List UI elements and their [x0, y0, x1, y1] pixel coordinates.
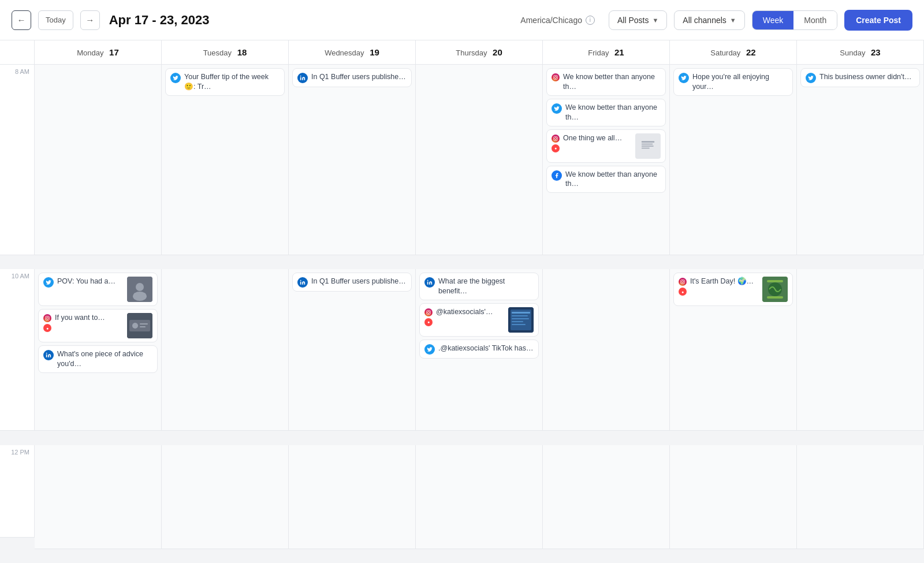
event-friday-we-know-3[interactable]: We know better than anyone th… [546, 166, 666, 193]
twitter-icon [424, 344, 435, 355]
twitter-icon [170, 73, 181, 83]
svg-point-17 [49, 317, 49, 318]
monday-8am-cell [35, 65, 162, 255]
event-text: This business owner didn't… [819, 72, 915, 82]
sunday-10am-cell [797, 269, 924, 431]
event-friday-one-thing[interactable]: ● One thing we all… [546, 129, 666, 163]
icon-stack [552, 73, 560, 81]
icon-stack: ● [552, 134, 560, 152]
day-header-monday: Monday 17 [35, 40, 162, 64]
event-friday-we-know-1[interactable]: We know better than anyone th… [546, 68, 666, 96]
svg-point-14 [133, 292, 147, 301]
all-posts-dropdown[interactable]: All Posts ▼ [609, 10, 667, 30]
linkedin-icon [43, 350, 54, 360]
back-button[interactable]: ← [12, 10, 31, 30]
saturday-10am-cell: ● It's Earth Day! 🌍… [670, 269, 797, 431]
tuesday-8am-cell: Your Buffer tip of the week 🙂: Tr… [162, 65, 289, 255]
twitter-icon [552, 103, 562, 114]
svg-rect-26 [427, 311, 431, 315]
sunday-8am-cell: This business owner didn't… [797, 65, 924, 255]
app-header: ← Today → Apr 17 - 23, 2023 America/Chic… [0, 0, 924, 40]
event-text: In Q1 Buffer users publishe… [311, 277, 407, 286]
time-gutter-header [0, 40, 35, 64]
event-monday-advice[interactable]: What's one piece of advice you'd… [38, 345, 158, 373]
view-toggle: Week Month [752, 10, 837, 30]
linkedin-icon [297, 73, 308, 83]
day-header-sunday: Sunday 23 [797, 40, 924, 64]
svg-rect-15 [46, 316, 50, 320]
svg-rect-4 [554, 136, 558, 140]
friday-8am-cell: We know better than anyone th… We know b… [543, 65, 670, 255]
svg-point-23 [46, 353, 47, 354]
wednesday-12pm-cell [289, 445, 416, 549]
event-friday-we-know-2[interactable]: We know better than anyone th… [546, 99, 666, 126]
svg-rect-1 [554, 76, 558, 80]
svg-rect-11 [642, 147, 650, 148]
all-channels-dropdown[interactable]: All channels ▼ [674, 10, 744, 30]
event-text: We know better than anyone th… [565, 170, 661, 189]
event-thursday-tiktok[interactable]: .@katiexsocials' TikTok has… [419, 340, 539, 359]
event-wednesday-q1-2[interactable]: In Q1 Buffer users publishe… [292, 273, 412, 292]
saturday-12pm-cell [670, 445, 797, 549]
svg-point-16 [46, 318, 48, 319]
event-text: What's one piece of advice you'd… [57, 349, 152, 369]
event-monday-pov[interactable]: POV: You had a… [38, 273, 158, 306]
svg-rect-22 [140, 326, 146, 327]
time-label-8am: 8 AM [0, 65, 35, 255]
svg-rect-36 [681, 280, 685, 284]
thursday-12pm-cell [416, 445, 543, 549]
linkedin-icon [297, 277, 308, 288]
event-text: .@katiexsocials' TikTok has… [438, 344, 534, 353]
event-thursday-biggest[interactable]: What are the biggest benefit… [419, 273, 539, 300]
wednesday-8am-cell: In Q1 Buffer users publishe… [289, 65, 416, 255]
calendar-body: 8 AM Your Buffer tip of the week 🙂: Tr… … [0, 65, 924, 563]
event-wednesday-q1[interactable]: In Q1 Buffer users publishe… [292, 68, 412, 87]
event-text: What are the biggest benefit… [438, 277, 534, 296]
twitter-icon [43, 277, 54, 288]
event-text: Hope you're all enjoying your… [692, 72, 788, 92]
notification-icon: ● [424, 318, 433, 326]
notification-icon: ● [552, 144, 560, 152]
svg-point-0 [300, 76, 301, 77]
event-text: @katiexsocials'… [436, 307, 505, 317]
saturday-8am-cell: Hope you're all enjoying your… [670, 65, 797, 255]
timezone-label: America/Chicago [520, 16, 582, 25]
instagram-icon [552, 135, 560, 143]
notification-icon: ● [43, 324, 51, 332]
svg-point-37 [681, 281, 683, 283]
event-saturday-earth-day[interactable]: ● It's Earth Day! 🌍… [673, 273, 793, 306]
week-view-button[interactable]: Week [752, 11, 794, 29]
day-header-wednesday: Wednesday 19 [289, 40, 416, 64]
svg-rect-42 [767, 296, 783, 299]
friday-10am-cell [543, 269, 670, 431]
svg-rect-32 [512, 315, 528, 316]
svg-point-20 [132, 323, 138, 329]
wednesday-10am-cell: In Q1 Buffer users publishe… [289, 269, 416, 431]
linkedin-icon [424, 277, 435, 288]
today-button[interactable]: Today [38, 10, 73, 30]
svg-point-24 [300, 280, 301, 281]
notification-icon: ● [679, 288, 687, 296]
day-header-saturday: Saturday 22 [670, 40, 797, 64]
event-thumbnail [508, 307, 534, 333]
forward-button[interactable]: → [80, 10, 100, 30]
event-tuesday-buffer-tip[interactable]: Your Buffer tip of the week 🙂: Tr… [165, 68, 285, 96]
event-saturday-hope[interactable]: Hope you're all enjoying your… [673, 68, 793, 96]
instagram-icon [424, 308, 433, 316]
icon-stack: ● [679, 277, 687, 296]
svg-point-27 [427, 311, 429, 313]
icon-stack: ● [424, 308, 433, 326]
sunday-12pm-cell [797, 445, 924, 549]
twitter-icon [806, 73, 816, 83]
event-thursday-katiex[interactable]: ● @katiexsocials'… [419, 303, 539, 337]
month-view-button[interactable]: Month [793, 11, 837, 29]
info-icon[interactable]: i [586, 16, 595, 25]
event-text: If you want to… [55, 313, 124, 323]
svg-rect-34 [512, 321, 523, 322]
monday-12pm-cell [35, 445, 162, 549]
svg-point-28 [430, 311, 430, 312]
event-monday-if-you-want[interactable]: ● If you want to… [38, 309, 158, 342]
create-post-button[interactable]: Create Post [844, 10, 912, 31]
dropdown-arrow-channels: ▼ [730, 17, 736, 24]
event-sunday-business[interactable]: This business owner didn't… [800, 68, 920, 87]
